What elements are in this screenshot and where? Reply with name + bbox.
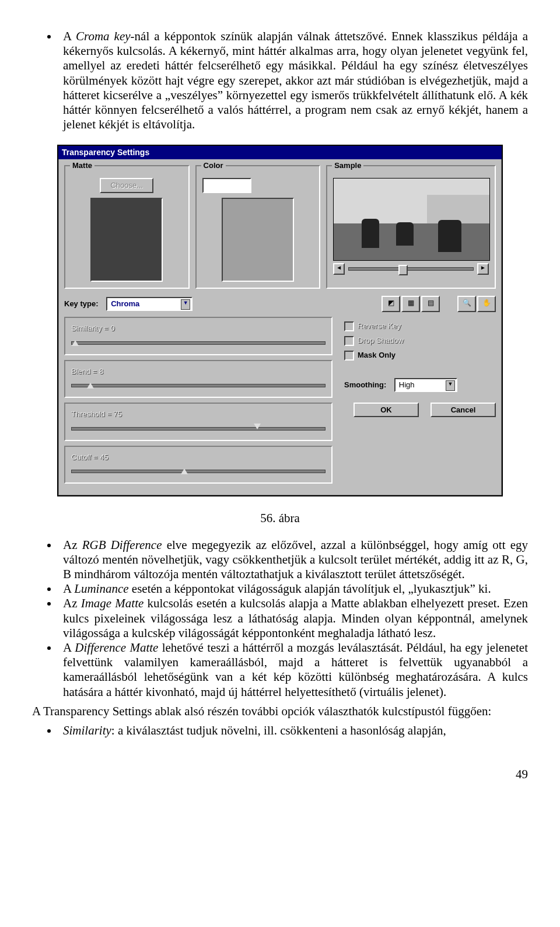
- term-luminance: Luminance: [74, 582, 128, 596]
- options-list: Similarity: a kiválasztást tudjuk növeln…: [32, 723, 528, 738]
- ok-button[interactable]: OK: [354, 403, 419, 418]
- sample-zoom-slider[interactable]: ◄ ►: [333, 263, 489, 275]
- term-rgb-difference: RGB Difference: [82, 538, 162, 552]
- cutoff-block: Cutoff = 45: [64, 446, 332, 484]
- key-type-value: Chroma: [111, 299, 139, 308]
- intro-bullet: A Croma key-nál a képpontok színük alapj…: [58, 29, 528, 132]
- preview-bw-icon[interactable]: ◩: [382, 296, 400, 312]
- mask-only-checkbox[interactable]: Mask Only: [344, 351, 496, 361]
- smoothing-label: Smoothing:: [344, 380, 386, 389]
- matte-panel: Matte Choose...: [64, 165, 190, 289]
- drop-shadow-label: Drop Shadow: [358, 336, 404, 345]
- t: Az: [63, 538, 82, 552]
- color-preview[interactable]: [222, 198, 294, 282]
- dialog-titlebar[interactable]: Transparency Settings: [58, 146, 502, 159]
- smoothing-value: High: [399, 380, 415, 389]
- blend-slider[interactable]: [71, 384, 326, 387]
- t: A: [63, 641, 75, 655]
- body-list: Az RGB Difference elve megegyezik az elő…: [32, 538, 528, 699]
- t: A: [63, 29, 76, 43]
- preview-image-icon[interactable]: ▤: [421, 296, 440, 312]
- t: : a kiválasztást tudjuk növelni, ill. cs…: [111, 723, 446, 737]
- term-croma-key: Croma key: [76, 29, 131, 43]
- list-item: A Luminance esetén a képpontokat világos…: [58, 582, 528, 596]
- list-item: Similarity: a kiválasztást tudjuk növeln…: [58, 723, 528, 738]
- smoothing-dropdown[interactable]: High ▼: [394, 378, 457, 392]
- zoom-right-icon[interactable]: ►: [477, 263, 489, 275]
- preview-mode-tools: ◩ ▦ ▤: [382, 296, 440, 312]
- mask-only-label: Mask Only: [358, 351, 396, 359]
- plain-paragraph: A Transparency Settings ablak alsó részé…: [32, 704, 528, 719]
- t: esetén a képpontokat világosságuk alapjá…: [129, 582, 491, 596]
- sample-panel: Sample ◄ ►: [326, 165, 496, 289]
- term-difference-matte: Difference Matte: [75, 641, 158, 655]
- page-number: 49: [32, 767, 528, 782]
- zoom-left-icon[interactable]: ◄: [333, 263, 345, 275]
- term-image-matte: Image Matte: [81, 596, 144, 610]
- term-similarity: Similarity: [63, 723, 111, 737]
- matte-label: Matte: [70, 161, 94, 170]
- list-item: A Difference Matte lehetővé teszi a hátt…: [58, 641, 528, 699]
- reverse-key-checkbox[interactable]: Reverse Key: [344, 321, 496, 331]
- figure-caption: 56. ábra: [32, 511, 528, 526]
- cancel-button[interactable]: Cancel: [430, 403, 496, 418]
- color-panel: Color: [195, 165, 321, 289]
- drop-shadow-checkbox[interactable]: Drop Shadow: [344, 336, 496, 346]
- threshold-block: Threshold = 75: [64, 403, 332, 441]
- t: Az: [63, 596, 81, 610]
- sample-label: Sample: [332, 161, 363, 170]
- transparency-settings-dialog: Transparency Settings Matte Choose... Co…: [57, 145, 503, 496]
- intro-list: A Croma key-nál a képpontok színük alapj…: [32, 29, 528, 132]
- matte-preview[interactable]: [90, 198, 163, 282]
- color-swatch[interactable]: [202, 178, 251, 193]
- sample-image[interactable]: [333, 178, 490, 261]
- chevron-down-icon[interactable]: ▼: [446, 380, 455, 391]
- t: A: [63, 582, 74, 596]
- list-item: Az Image Matte kulcsolás esetén a kulcso…: [58, 596, 528, 641]
- similarity-label: Similarity = 0: [71, 324, 326, 333]
- magnifier-icon[interactable]: 🔍: [457, 296, 476, 312]
- threshold-label: Threshold = 75: [71, 410, 326, 419]
- threshold-slider[interactable]: [71, 427, 326, 431]
- cutoff-label: Cutoff = 45: [71, 453, 326, 462]
- color-label: Color: [201, 161, 226, 170]
- similarity-slider[interactable]: [71, 341, 326, 345]
- blend-block: Blend = 8: [64, 360, 332, 398]
- list-item: Az RGB Difference elve megegyezik az elő…: [58, 538, 528, 582]
- similarity-block: Similarity = 0: [64, 317, 332, 355]
- t: -nál a képpontok színük alapján válnak á…: [63, 29, 528, 131]
- chevron-down-icon[interactable]: ▼: [181, 299, 190, 310]
- checkbox-icon: [344, 336, 354, 346]
- dialog-body: Matte Choose... Color Sample: [58, 159, 502, 495]
- cutoff-slider[interactable]: [71, 470, 326, 473]
- key-type-label: Key type:: [64, 299, 99, 308]
- key-type-dropdown[interactable]: Chroma ▼: [106, 297, 192, 311]
- reverse-key-label: Reverse Key: [358, 321, 401, 330]
- checkbox-icon: [344, 351, 354, 361]
- checkbox-icon: [344, 321, 354, 331]
- hand-icon[interactable]: ✋: [477, 296, 496, 312]
- preview-checker-icon[interactable]: ▦: [401, 296, 420, 312]
- zoom-tools: 🔍 ✋: [457, 296, 496, 312]
- choose-button[interactable]: Choose...: [100, 178, 153, 193]
- blend-label: Blend = 8: [71, 367, 326, 376]
